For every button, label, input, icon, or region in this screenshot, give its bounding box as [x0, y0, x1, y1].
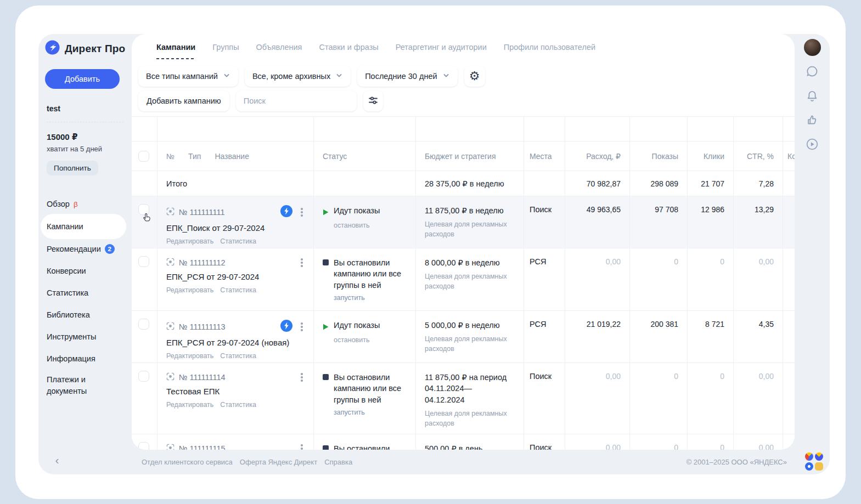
campaign-name[interactable]: ЕПК_РСЯ от 29-07-2024 (новая)	[166, 337, 308, 348]
col-budget[interactable]: Бюджет и стратегия	[416, 141, 524, 171]
campaigns-table: № Тип Название Статус Бюджет и стратегия…	[132, 116, 795, 450]
edit-link[interactable]: Редактировать	[166, 352, 213, 360]
client-service-link[interactable]: Отдел клиентского сервиса	[142, 458, 233, 466]
stop-campaign-link[interactable]: остановить	[323, 222, 408, 229]
tab-groups[interactable]: Группы	[212, 34, 239, 60]
sidebar-item-campaigns[interactable]: Кампании	[41, 214, 126, 239]
row-checkbox[interactable]	[138, 319, 149, 330]
row-checkbox[interactable]	[138, 371, 149, 382]
chat-button[interactable]	[805, 64, 819, 80]
sidebar-item-library[interactable]: Библиотека	[38, 304, 132, 326]
tab-campaigns[interactable]: Кампании	[156, 34, 195, 60]
totals-clicks: 21 707	[688, 171, 734, 196]
row-menu-button[interactable]	[297, 321, 307, 332]
like-button[interactable]	[805, 113, 819, 129]
col-clicks[interactable]: Клики	[688, 141, 734, 171]
topup-button[interactable]: Пополнить	[47, 161, 98, 175]
extension-icon[interactable]	[805, 452, 813, 461]
budget-strategy: Целевая доля рекламных расходов	[425, 271, 514, 291]
statistics-link[interactable]: Статистика	[220, 352, 256, 360]
table-row[interactable]: № 111111113 ЕПК_РСЯ от 29-07-2024 (новая…	[132, 311, 795, 363]
start-campaign-link[interactable]: запустить	[323, 294, 408, 302]
statistics-link[interactable]: Статистика	[220, 237, 256, 245]
start-campaign-link[interactable]: запустить	[323, 409, 408, 416]
edit-link[interactable]: Редактировать	[166, 237, 213, 245]
tab-ads[interactable]: Объявления	[256, 34, 302, 60]
sidebar-item-statistics[interactable]: Статистика	[38, 282, 132, 304]
campaign-name[interactable]: ЕПК_РСЯ от 29-07-2024	[166, 271, 308, 282]
video-button[interactable]	[805, 137, 819, 153]
boost-lightning-icon[interactable]	[280, 205, 292, 219]
extension-icon[interactable]	[805, 462, 813, 471]
campaign-type-icon	[166, 372, 175, 383]
table-row[interactable]: № 111111111 ЕПК_Поиск от 29-07-2024 Реда…	[132, 196, 795, 248]
col-type[interactable]: Тип	[188, 152, 201, 161]
col-ctr[interactable]: CTR, %	[734, 141, 783, 171]
boost-lightning-icon[interactable]	[280, 320, 292, 334]
campaign-name[interactable]: Тестовая ЕПК	[166, 386, 308, 397]
columns-filter-button[interactable]	[363, 90, 383, 111]
right-rail	[795, 34, 830, 474]
archive-filter[interactable]: Все, кроме архивных	[245, 66, 351, 87]
stopped-square-icon	[323, 259, 329, 265]
row-checkbox[interactable]	[138, 442, 149, 450]
select-all-checkbox[interactable]	[138, 151, 149, 162]
table-row[interactable]: № 111111115 Вы остановили 500,00 ₽ в ден…	[132, 434, 795, 450]
table-header-row: № Тип Название Статус Бюджет и стратегия…	[132, 141, 795, 171]
help-link[interactable]: Справка	[324, 458, 352, 466]
col-number[interactable]: №	[166, 152, 175, 161]
row-menu-button[interactable]	[297, 372, 307, 383]
row-menu-button[interactable]	[297, 443, 307, 450]
col-conversions-cut[interactable]: Ко	[783, 141, 795, 171]
campaign-type-icon	[166, 322, 175, 332]
add-button[interactable]: Добавить	[45, 69, 120, 89]
row-checkbox[interactable]	[138, 204, 149, 215]
collapse-sidebar-button[interactable]: ‹	[49, 452, 65, 468]
sidebar-item-information[interactable]: Информация	[38, 348, 132, 370]
table-row[interactable]: № 111111112 ЕПК_РСЯ от 29-07-2024 Редакт…	[132, 248, 795, 311]
sidebar-item-conversions[interactable]: Конверсии	[38, 260, 132, 282]
chevron-down-icon	[223, 72, 230, 81]
sidebar-item-recommendations[interactable]: Рекомендации 2	[38, 238, 132, 260]
totals-budget: 28 375,00 ₽ в неделю	[416, 171, 524, 196]
sidebar-item-tools[interactable]: Инструменты	[38, 326, 132, 348]
period-filter[interactable]: Последние 30 дней	[357, 66, 457, 87]
avatar[interactable]	[804, 39, 821, 56]
settings-button[interactable]: ⚙	[464, 66, 485, 87]
impressions-value: 0	[630, 363, 688, 434]
campaign-type-filter[interactable]: Все типы кампаний	[138, 66, 238, 87]
row-menu-button[interactable]	[297, 207, 307, 218]
add-campaign-button[interactable]: Добавить кампанию	[138, 90, 229, 111]
sidebar-item-overview[interactable]: Обзор β	[38, 193, 132, 215]
col-status[interactable]: Статус	[314, 141, 416, 171]
tab-bids-phrases[interactable]: Ставки и фразы	[319, 34, 378, 60]
table-row[interactable]: № 111111114 Тестовая ЕПК Редактировать С…	[132, 363, 795, 434]
stop-campaign-link[interactable]: остановить	[323, 336, 408, 344]
col-spend[interactable]: Расход, ₽	[565, 141, 630, 171]
gear-icon: ⚙	[469, 70, 480, 82]
statistics-link[interactable]: Статистика	[220, 401, 256, 409]
edit-link[interactable]: Редактировать	[166, 286, 213, 294]
edit-link[interactable]: Редактировать	[166, 401, 213, 409]
col-impressions[interactable]: Показы	[630, 141, 688, 171]
row-menu-button[interactable]	[297, 257, 307, 268]
campaign-name[interactable]: ЕПК_Поиск от 29-07-2024	[166, 223, 308, 234]
balance-note: хватит на 5 дней	[47, 145, 132, 153]
budget-strategy: Целевая доля рекламных расходов	[425, 219, 514, 239]
tab-retargeting[interactable]: Ретаргетинг и аудитории	[396, 34, 487, 60]
sidebar-nav: Обзор β Кампании Рекомендации 2 Конверси…	[38, 193, 132, 400]
places-value: РСЯ	[524, 311, 565, 363]
offer-link[interactable]: Оферта Яндекс Директ	[240, 458, 317, 466]
search-input[interactable]	[236, 90, 357, 111]
col-name[interactable]: Название	[215, 152, 249, 161]
col-places[interactable]: Места	[524, 141, 565, 171]
tab-user-profiles[interactable]: Профили пользователей	[504, 34, 595, 60]
statistics-link[interactable]: Статистика	[220, 286, 256, 294]
sidebar-item-payments[interactable]: Платежи и документы	[38, 370, 132, 400]
account-name: test	[47, 104, 132, 113]
extension-icon[interactable]	[815, 452, 823, 461]
extension-icon[interactable]	[815, 462, 823, 471]
notifications-button[interactable]	[805, 89, 819, 105]
row-checkbox[interactable]	[138, 256, 149, 267]
budget-value: 8 000,00 ₽ в неделю	[425, 257, 514, 268]
